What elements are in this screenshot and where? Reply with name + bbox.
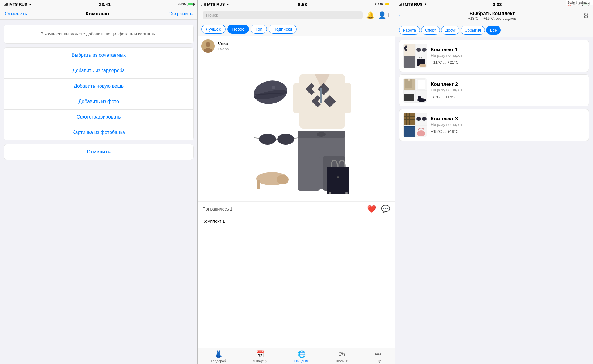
wifi-icon-2: ▲ [226, 2, 230, 6]
tab-sport[interactable]: Спорт [421, 26, 440, 35]
author-name[interactable]: Vera [218, 41, 229, 47]
carrier-3: MTS RUS [405, 2, 423, 7]
svg-rect-31 [257, 180, 260, 189]
outfit-thumb-2 [403, 78, 427, 103]
svg-rect-55 [418, 96, 421, 101]
svg-point-33 [329, 192, 331, 194]
cancel-button-nav[interactable]: Отменить [5, 11, 27, 17]
likes-count: Понравилось 1 [203, 207, 233, 211]
outfit-card-1[interactable]: Комплект 1 Ни разу не надет +11°C ... +2… [399, 40, 589, 72]
tab-shopping[interactable]: 🛍 Шопинг [336, 350, 347, 363]
panel-2: MTS RUS ▲ 8:53 67 % Поиск 🔔 👤+ Лучшее Но… [198, 0, 395, 364]
svg-point-62 [416, 117, 421, 121]
outfit-card-3[interactable]: Комплект 3 Ни разу не надет +15°C ... +1… [399, 109, 589, 141]
more-icon: ••• [374, 350, 381, 358]
avatar [201, 39, 215, 53]
svg-rect-17 [343, 83, 351, 113]
svg-point-40 [416, 48, 421, 52]
tab-social[interactable]: 🌐 Общение [294, 350, 309, 363]
action-icons: ❤️ 💬 [367, 205, 390, 213]
tab-social-label: Общение [294, 359, 309, 363]
svg-rect-18 [320, 88, 322, 103]
filter-icon[interactable]: ⚙ [583, 12, 589, 20]
menu-item-wardrobe[interactable]: Добавить из гардероба [4, 63, 193, 79]
post-actions: Понравилось 1 ❤️ 💬 [198, 201, 395, 216]
add-user-icon[interactable]: 👤+ [378, 11, 390, 19]
outfit-worn-1: Ни разу не надет [431, 53, 585, 58]
nav-title-1: Комплект [86, 11, 110, 17]
signal-icon-3 [399, 3, 404, 6]
tab-best[interactable]: Лучшее [201, 25, 226, 34]
post-time: Вчера [218, 47, 229, 51]
wifi-icon-3: ▲ [424, 2, 428, 6]
tab-new[interactable]: Новое [227, 25, 249, 34]
outfit-info-1: Комплект 1 Ни разу не надет +11°C ... +2… [431, 47, 585, 65]
outfit-temp-2: +8°C ... +15°C [431, 95, 585, 99]
nav-title-block: Выбрать комплект +13°C ... +19°C, без ос… [468, 11, 516, 21]
tab-events[interactable]: События [461, 26, 485, 35]
battery-pct-1: 88 % [178, 2, 186, 6]
svg-rect-25 [298, 156, 320, 191]
svg-rect-56 [404, 113, 415, 125]
battery-icon-2 [385, 3, 391, 6]
svg-point-19 [259, 134, 276, 145]
menu-item-take-photo[interactable]: Сфотографировать [4, 110, 193, 125]
svg-rect-32 [327, 167, 349, 194]
outfit-svg [239, 59, 354, 198]
svg-point-34 [345, 192, 348, 194]
status-left-3: MTS RUS ▲ [399, 2, 427, 7]
cancel-button[interactable]: Отменить [4, 144, 194, 160]
svg-rect-65 [404, 126, 415, 137]
post-author-info: Vera Вчера [218, 41, 229, 51]
time-3: 0:03 [493, 2, 502, 7]
shopping-icon: 🛍 [338, 350, 345, 358]
save-button[interactable]: Сохранить [168, 11, 193, 17]
tab-top[interactable]: Топ [251, 25, 267, 34]
tab-work[interactable]: Работа [399, 26, 420, 35]
svg-point-28 [317, 132, 326, 137]
menu-item-from-photo[interactable]: Добавить из фото [4, 94, 193, 110]
tab-wear-today[interactable]: 📅 Я надену [253, 350, 267, 363]
bell-icon[interactable]: 🔔 [366, 11, 374, 19]
outfit-worn-2: Ни разу не надет [431, 88, 585, 92]
tab-wardrobe[interactable]: 👗 Гардероб [211, 350, 226, 363]
panel-3: MTS RUS ▲ 0:03 ⏰ 97 % ‹ Выбрать комплект… [395, 0, 593, 364]
battery-pct-2: 67 % [375, 2, 383, 6]
panel-1: MTS RUS ▲ 23:41 88 % Отменить Комплект С… [0, 0, 198, 364]
signal-icon-2 [201, 3, 206, 6]
tab-subscriptions[interactable]: Подписки [269, 25, 297, 34]
menu-item-photobank[interactable]: Картинка из фотобанка [4, 125, 193, 140]
tab-leisure[interactable]: Досуг [441, 26, 459, 35]
outfit-list: Комплект 1 Ни разу не надет +11°C ... +2… [395, 37, 593, 364]
wardrobe-icon: 👗 [214, 350, 223, 358]
nav-bar-1: Отменить Комплект Сохранить [0, 8, 197, 20]
status-left-2: MTS RUS ▲ [201, 2, 230, 7]
outfit-card-2[interactable]: Комплект 2 Ни разу не надет +8°C ... +15… [399, 74, 589, 106]
outfit-name-2: Комплект 2 [431, 82, 585, 87]
comment-icon[interactable]: 💬 [381, 205, 390, 213]
back-button[interactable]: ‹ [399, 12, 401, 20]
tab-wardrobe-label: Гардероб [211, 359, 226, 363]
status-bar-1: MTS RUS ▲ 23:41 88 % [0, 0, 197, 8]
outfit-worn-3: Ни разу не надет [431, 122, 585, 127]
heart-icon[interactable]: ❤️ [367, 205, 376, 213]
menu-item-compatible[interactable]: Выбрать из сочетаемых [4, 48, 193, 63]
search-input[interactable]: Поиск [203, 11, 363, 19]
menu-item-new-item[interactable]: Добавить новую вещь [4, 79, 193, 94]
tab-all[interactable]: Все [486, 26, 501, 35]
nav-subtitle-3: +13°C ... +19°C, без осадков [468, 16, 516, 21]
tab-more[interactable]: ••• Еще [374, 350, 381, 363]
outfit-temp-1: +11°C ... +21°C [431, 60, 585, 65]
svg-rect-16 [293, 83, 302, 113]
tab-wear-label: Я надену [253, 359, 267, 363]
svg-point-35 [337, 176, 339, 178]
outfit-name-3: Комплект 3 [431, 116, 585, 122]
status-right-1: 88 % [178, 2, 194, 6]
status-bar-3: MTS RUS ▲ 0:03 ⏰ 97 % [395, 0, 593, 8]
outfit-thumb-3 [403, 113, 427, 137]
wifi-icon-1: ▲ [29, 2, 32, 6]
globe-icon: 🌐 [298, 350, 306, 358]
post-outfit-label: Комплект 1 [198, 216, 395, 226]
description-card: В комплект вы можете добавить вещи, фото… [4, 25, 194, 44]
status-left-1: MTS RUS ▲ [4, 2, 32, 7]
